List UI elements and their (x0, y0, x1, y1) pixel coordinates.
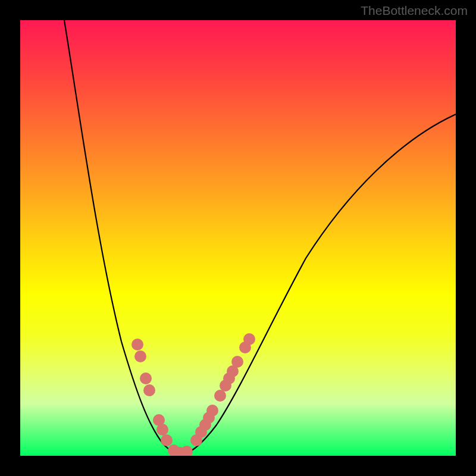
data-point (206, 405, 218, 416)
chart-svg (20, 20, 456, 456)
data-point (161, 434, 173, 446)
data-point (181, 446, 193, 456)
chart-plot-area (20, 20, 456, 456)
data-dots (131, 333, 255, 456)
data-point (214, 390, 226, 402)
data-point (243, 333, 255, 345)
data-point (143, 384, 155, 396)
data-point (156, 424, 168, 436)
data-point (231, 356, 243, 368)
data-point (131, 339, 143, 350)
watermark-label: TheBottleneck.com (361, 4, 468, 18)
curve-right (178, 114, 456, 455)
curve-left (64, 20, 178, 455)
data-point (140, 372, 152, 384)
data-point (134, 350, 146, 362)
